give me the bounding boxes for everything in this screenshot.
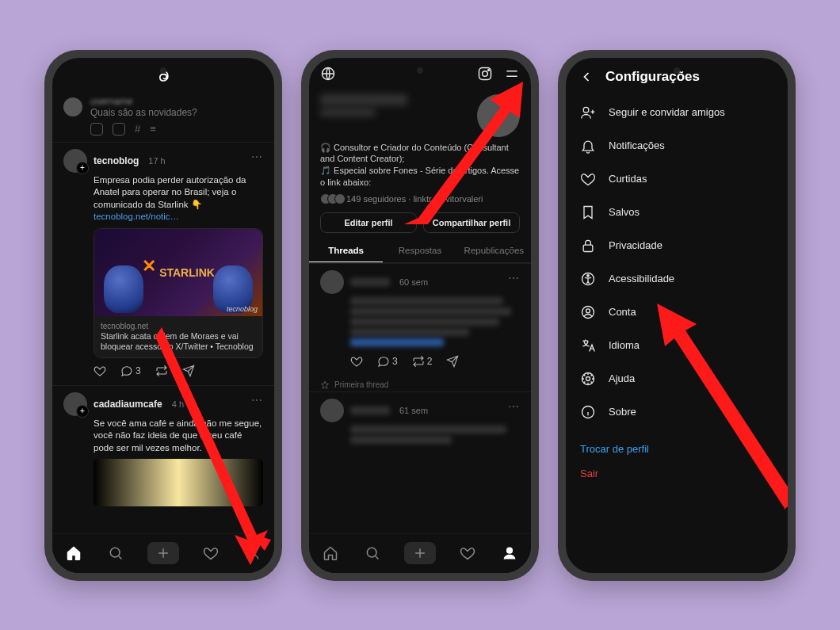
back-icon[interactable] (578, 69, 594, 85)
settings-item-likes[interactable]: Curtidas (566, 162, 788, 196)
phone-frame-2: 🎧 Consultor e Criador do Conteúdo (Consu… (301, 50, 539, 581)
svg-point-8 (507, 548, 513, 553)
post-avatar[interactable] (320, 399, 344, 422)
logout-link[interactable]: Sair (566, 456, 788, 481)
post-time: 4 h (172, 399, 184, 409)
repost-count: 2 (427, 356, 433, 367)
link-card-image: STARLINK tecnoblog (94, 229, 262, 316)
post-more-icon[interactable]: ⋯ (508, 400, 520, 413)
threads-logo-icon (155, 69, 171, 85)
nav-compose[interactable] (404, 542, 436, 564)
svg-rect-10 (583, 245, 593, 251)
instagram-icon[interactable] (477, 66, 493, 82)
nav-profile[interactable] (498, 542, 521, 564)
comment-button[interactable]: 3 (377, 355, 398, 368)
profile-feed: 60 sem ⋯ 3 2 Pri (309, 263, 531, 533)
bottom-nav (52, 533, 274, 573)
compose-placeholder[interactable]: Quais são as novidades? (90, 107, 263, 118)
nav-search[interactable] (105, 542, 127, 564)
feed-post[interactable]: tecnoblog 17 h ⋯ Empresa podia perder au… (52, 142, 274, 385)
like-button[interactable] (94, 365, 106, 377)
gif-icon[interactable] (113, 123, 125, 136)
feed: tecnoblog 17 h ⋯ Empresa podia perder au… (52, 142, 274, 533)
post-avatar[interactable] (320, 270, 344, 294)
post-avatar[interactable] (63, 392, 87, 416)
settings-item-saved[interactable]: Salvos (566, 196, 788, 229)
compose-row[interactable]: username Quais são as novidades? (52, 93, 274, 120)
settings-item-about[interactable]: Sobre (566, 395, 788, 429)
menu-icon[interactable] (504, 66, 520, 82)
svg-point-7 (368, 548, 377, 557)
post-time: 61 sem (399, 406, 428, 415)
svg-point-9 (583, 107, 589, 113)
compose-username-blurred: username (90, 96, 263, 107)
profile-post[interactable]: 60 sem ⋯ 3 2 (309, 263, 531, 376)
nav-compose[interactable] (147, 542, 179, 564)
post-more-icon[interactable]: ⋯ (251, 151, 263, 163)
screen-settings: Configurações Seguir e convidar amigos N… (566, 58, 788, 573)
tab-reposts[interactable]: Republicações (457, 239, 531, 262)
post-link[interactable]: tecnoblog.net/notic… (94, 212, 179, 221)
post-username-blurred (350, 278, 390, 286)
post-text: Empresa podia perder autorização da Anat… (94, 175, 246, 209)
compose-attachments: # ≡ (52, 120, 274, 142)
phone-frame-1: username Quais são as novidades? # ≡ tec… (44, 50, 282, 581)
comment-count: 3 (136, 365, 141, 376)
settings-item-label: Ajuda (609, 372, 635, 384)
like-button[interactable] (350, 355, 363, 368)
profile-post[interactable]: 61 sem ⋯ (309, 391, 531, 452)
tab-replies[interactable]: Respostas (383, 239, 456, 262)
repost-button[interactable] (155, 365, 168, 377)
settings-item-accessibility[interactable]: Acessibilidade (566, 262, 788, 296)
followers-row[interactable]: 149 seguidores · linktr.ee/vitorvaleri (309, 193, 531, 209)
nav-activity[interactable] (200, 542, 222, 564)
profile-avatar[interactable] (477, 94, 520, 137)
tab-threads[interactable]: Threads (309, 239, 383, 262)
more-icon[interactable]: ≡ (150, 123, 156, 136)
nav-home[interactable] (63, 542, 85, 564)
post-username[interactable]: cadadiaumcafe (94, 399, 162, 410)
settings-item-language[interactable]: Idioma (566, 329, 788, 362)
settings-item-help[interactable]: Ajuda (566, 362, 788, 395)
switch-profile-link[interactable]: Trocar de perfil (566, 432, 788, 456)
comment-count: 3 (392, 356, 398, 367)
repost-button[interactable]: 2 (412, 355, 433, 368)
settings-item-label: Conta (609, 306, 636, 318)
share-button[interactable] (446, 355, 459, 368)
edit-profile-button[interactable]: Editar perfil (320, 212, 417, 233)
nav-activity[interactable] (456, 542, 479, 564)
nav-profile[interactable] (242, 542, 264, 564)
settings-item-follow[interactable]: Seguir e convidar amigos (566, 96, 788, 129)
post-body-blurred (350, 297, 520, 346)
comment-button[interactable]: 3 (120, 365, 141, 377)
globe-icon[interactable] (320, 66, 336, 82)
share-button[interactable] (182, 365, 195, 377)
bottom-nav (309, 533, 531, 573)
settings-item-label: Notificações (609, 139, 665, 151)
svg-point-14 (586, 308, 590, 312)
settings-item-notifications[interactable]: Notificações (566, 129, 788, 162)
post-more-icon[interactable]: ⋯ (251, 394, 263, 407)
post-avatar[interactable] (63, 149, 87, 173)
post-text: Se você ama café e ainda não me segue, v… (94, 418, 262, 452)
post-time: 17 h (148, 156, 165, 166)
post-more-icon[interactable]: ⋯ (508, 272, 520, 284)
settings-item-privacy[interactable]: Privacidade (566, 229, 788, 262)
gallery-icon[interactable] (90, 123, 103, 136)
link-card[interactable]: STARLINK tecnoblog tecnoblog.net Starlin… (94, 228, 263, 358)
settings-item-label: Salvos (609, 206, 640, 218)
svg-point-16 (586, 376, 590, 380)
share-profile-button[interactable]: Compartilhar perfil (423, 212, 520, 233)
first-thread-label: Primeira thread (309, 376, 531, 391)
post-image[interactable] (94, 459, 263, 506)
feed-post[interactable]: cadadiaumcafe 4 h ⋯ Se você ama café e a… (52, 385, 274, 514)
post-body: Empresa podia perder autorização da Anat… (63, 174, 263, 223)
nav-search[interactable] (361, 542, 384, 564)
settings-item-label: Idioma (609, 339, 640, 351)
profile-bio: 🎧 Consultor e Criador do Conteúdo (Consu… (309, 140, 531, 193)
settings-item-label: Curtidas (609, 173, 647, 185)
hashtag-icon[interactable]: # (135, 123, 140, 136)
post-username[interactable]: tecnoblog (94, 155, 139, 166)
nav-home[interactable] (319, 542, 342, 564)
settings-item-account[interactable]: Conta (566, 296, 788, 329)
